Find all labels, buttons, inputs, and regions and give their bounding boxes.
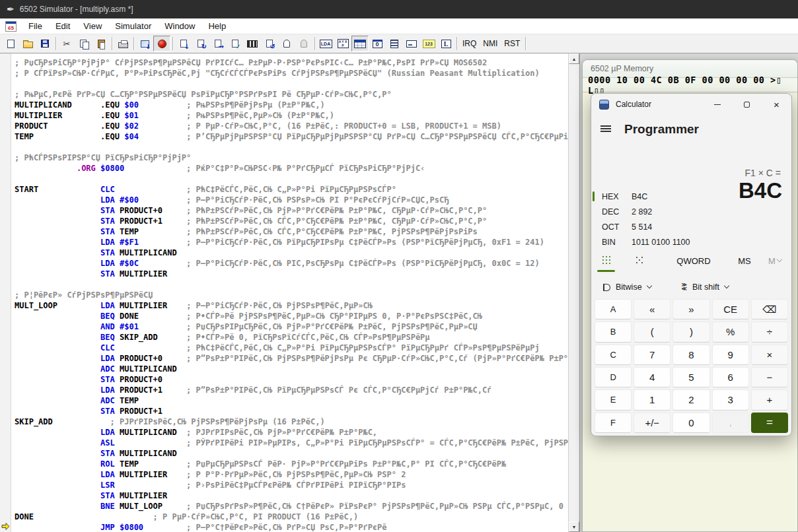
show-zero-page-button[interactable] (369, 36, 386, 51)
pause-button[interactable] (278, 36, 295, 51)
hamburger-menu-button[interactable] (598, 121, 614, 137)
key-plus-minus[interactable]: +/− (634, 413, 671, 433)
calculator-title: Calculator (616, 100, 651, 109)
memory-menu-button[interactable]: M (762, 252, 788, 269)
memory-row[interactable]: 0000 10 00 4C 0B 0F 00 00 00 00 >▯ L▯▯ (583, 78, 797, 92)
key-clear-entry[interactable]: CE (712, 299, 749, 319)
show-console-icon (406, 40, 417, 48)
key-equals[interactable]: = (751, 413, 788, 433)
key-left-shift[interactable]: « (634, 299, 671, 319)
radix-oct[interactable]: OCT5 514 (591, 219, 791, 234)
save-button[interactable] (36, 36, 54, 51)
nmi-button[interactable]: NMI (480, 36, 501, 51)
memory-strip-button[interactable] (244, 36, 261, 51)
key-right-shift[interactable]: » (672, 299, 709, 319)
new-file-button[interactable] (2, 36, 19, 51)
step-out-button[interactable] (209, 36, 227, 51)
bitwise-dropdown[interactable]: Bitwise (599, 282, 655, 292)
show-labels-button[interactable]: L (437, 36, 454, 51)
print-button[interactable] (114, 36, 131, 51)
key-4[interactable]: 4 (634, 367, 671, 387)
key-open-paren[interactable]: ( (634, 321, 671, 342)
key-decimal-separator[interactable]: , (712, 413, 749, 433)
key-2[interactable]: 2 (672, 389, 709, 410)
key-6[interactable]: 6 (712, 367, 749, 387)
scrollbar-down-button[interactable]: ▼ (569, 521, 579, 532)
key-f[interactable]: F (595, 413, 632, 433)
radix-hex[interactable]: HEXB4C (591, 189, 791, 204)
key-a[interactable]: A (595, 299, 632, 319)
new-file-icon (7, 40, 15, 48)
key-d[interactable]: D (595, 367, 632, 387)
code-line: STA MULTIPLICAND (15, 448, 568, 459)
key-divide[interactable]: ÷ (751, 321, 788, 342)
app-titlebar[interactable]: ✒ 6502 Simulator - [multiply.asm *] (0, 0, 798, 18)
key-8[interactable]: 8 (672, 345, 709, 365)
menu-simulator[interactable]: Simulator (108, 19, 158, 33)
open-file-button[interactable] (19, 36, 36, 51)
menu-window[interactable]: Window (158, 19, 201, 33)
show-console-button[interactable] (403, 36, 420, 51)
key-0[interactable]: 0 (672, 413, 709, 433)
show-memory-button[interactable] (351, 36, 369, 51)
menu-help[interactable]: Help (201, 19, 233, 33)
radix-bin[interactable]: BIN1011 0100 1100 (591, 234, 791, 249)
step-over-button[interactable] (192, 36, 209, 51)
memory-store-button[interactable]: MS (731, 252, 758, 269)
word-size-button[interactable]: QWORD (671, 252, 717, 269)
key-backspace[interactable]: ⌫ (751, 299, 788, 319)
paste-button[interactable] (92, 36, 110, 51)
close-button[interactable]: × (762, 94, 791, 115)
maximize-button[interactable] (732, 94, 762, 115)
menu-file[interactable]: File (22, 19, 49, 33)
editor-scrollbar[interactable]: ▲ ▼ (568, 53, 579, 532)
radix-oct-label: OCT (602, 222, 632, 232)
menu-view[interactable]: View (77, 19, 108, 33)
cut-button[interactable] (58, 36, 75, 51)
key-c[interactable]: C (595, 345, 632, 365)
radix-dec[interactable]: DEC2 892 (591, 204, 791, 219)
show-stack-button[interactable] (386, 36, 403, 51)
key-close-paren[interactable]: ) (672, 321, 709, 342)
bit-toggle-keypad[interactable] (631, 253, 648, 268)
code-line: ADC TEMP (15, 395, 568, 406)
key-1[interactable]: 1 (634, 389, 671, 410)
debug-mode-button[interactable] (153, 36, 170, 51)
menu-edit[interactable]: Edit (49, 19, 77, 33)
copy-button[interactable] (75, 36, 92, 51)
key-b[interactable]: B (595, 321, 632, 342)
show-labels-icon: L (441, 40, 451, 48)
run-to-cursor-button[interactable] (227, 36, 244, 51)
code-line: MULT_LOOP LDA MULTIPLIER ; Р—Р°РіСЂСѓР·Р… (15, 300, 568, 311)
key-3[interactable]: 3 (712, 389, 749, 410)
toolbar-separator (456, 37, 457, 50)
pause-disabled-button[interactable] (295, 36, 312, 51)
bit-shift-dropdown-label: Bit shift (692, 283, 719, 292)
key-subtract[interactable]: − (751, 367, 788, 387)
full-keypad-toggle[interactable] (598, 253, 615, 268)
decimal-display-button[interactable]: 123 (420, 36, 437, 51)
io-window-button[interactable] (261, 36, 278, 51)
menubar: 65 FileEditViewSimulatorWindowHelp (0, 18, 798, 34)
key-percent[interactable]: % (712, 321, 749, 342)
irq-button[interactable]: IRQ (459, 36, 480, 51)
pause-disabled-icon (301, 40, 307, 48)
code-content[interactable]: ; РџСЂРѕРіСЂР°РјРјР° СѓРјРЅРѕР¶РµРЅРёСЏ … (12, 53, 568, 532)
show-registers-button[interactable]: A Y X P (334, 36, 351, 51)
scrollbar-up-button[interactable]: ▲ (569, 53, 579, 64)
assemble-button[interactable] (136, 36, 153, 51)
key-multiply[interactable]: × (751, 345, 788, 365)
key-7[interactable]: 7 (634, 345, 671, 365)
key-5[interactable]: 5 (672, 367, 709, 387)
minimize-button[interactable] (702, 94, 732, 115)
show-code-button[interactable]: LDA (317, 36, 334, 51)
key-add[interactable]: + (751, 389, 788, 410)
menu-items: FileEditViewSimulatorWindowHelp (22, 19, 233, 33)
key-9[interactable]: 9 (712, 345, 749, 365)
key-e[interactable]: E (595, 389, 632, 410)
step-button[interactable] (175, 36, 192, 51)
code-line (15, 142, 568, 152)
bit-shift-dropdown[interactable]: ≫≪Bit shift (678, 282, 733, 292)
code-line: STA PRODUCT+1 ; РћР±РЅСѓР»РёС‚СЊ СЃС‚Р°С… (15, 216, 568, 226)
rst-button[interactable]: RST (501, 36, 523, 51)
